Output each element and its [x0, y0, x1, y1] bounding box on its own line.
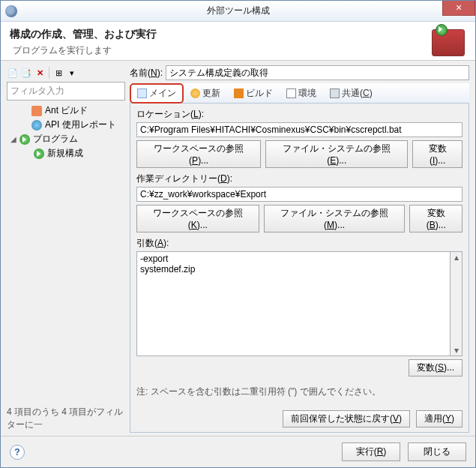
tab-environment[interactable]: 環境: [280, 83, 323, 103]
refresh-tab-icon: [190, 88, 200, 98]
args-scrollbar[interactable]: ▴▾: [451, 251, 463, 356]
args-textarea[interactable]: -export systemdef.zip: [136, 251, 451, 356]
common-tab-icon: [330, 88, 340, 98]
header-title: 構成の作成、管理、および実行: [10, 28, 432, 41]
location-variables-button[interactable]: 変数(I)...: [412, 140, 463, 168]
scroll-up-icon[interactable]: ▴: [454, 252, 459, 262]
env-tab-icon: [286, 88, 296, 98]
program-icon: [19, 134, 30, 145]
name-label: 名前(N):: [130, 67, 163, 80]
args-note: 注: スペースを含む引数は二重引用符 (") で囲んでください。: [136, 386, 463, 398]
ant-icon: [31, 106, 42, 116]
dialog-window: 外部ツール構成 × 構成の作成、管理、および実行 プログラムを実行します 📄 📑…: [0, 0, 476, 468]
window-title: 外部ツール構成: [207, 4, 270, 17]
workdir-input[interactable]: [136, 187, 463, 202]
tree-item-ant[interactable]: Ant ビルド: [7, 104, 125, 118]
main-panel: ロケーション(L): ワークスペースの参照(P)... ファイル・システムの参照…: [130, 104, 469, 433]
tab-bar: メイン 更新 ビルド 環境 共通(C): [130, 83, 469, 104]
tab-build[interactable]: ビルド: [227, 83, 280, 103]
main-tab-icon: [137, 88, 147, 98]
scroll-down-icon[interactable]: ▾: [454, 345, 459, 356]
name-input[interactable]: [166, 65, 469, 80]
delete-icon[interactable]: ✕: [34, 67, 46, 79]
args-label: 引数(A):: [136, 237, 463, 250]
close-button[interactable]: 閉じる: [408, 442, 466, 461]
header: 構成の作成、管理、および実行 プログラムを実行します: [1, 22, 475, 61]
tree-item-api[interactable]: API 使用レポート: [7, 118, 125, 132]
left-toolbar: 📄 📑 ✕ ⊞ ▾: [7, 65, 125, 82]
tree-item-program[interactable]: ◢プログラム: [7, 132, 125, 146]
apply-button[interactable]: 適用(Y): [416, 410, 463, 428]
workdir-variables-button[interactable]: 変数(B)...: [409, 205, 463, 232]
expand-icon[interactable]: ⊞: [52, 67, 64, 79]
collapse-twisty[interactable]: ◢: [10, 135, 16, 143]
right-pane: 名前(N): メイン 更新 ビルド 環境 共通(C) ロケーション(L): ワー…: [130, 65, 469, 433]
location-label: ロケーション(L):: [136, 108, 463, 121]
tab-refresh[interactable]: 更新: [184, 83, 227, 103]
tab-common[interactable]: 共通(C): [323, 83, 379, 103]
dialog-footer: ? 実行(R) 閉じる: [1, 436, 475, 467]
api-icon: [31, 120, 42, 130]
header-subtitle: プログラムを実行します: [13, 44, 432, 57]
new-config-icon[interactable]: 📄: [7, 67, 19, 79]
duplicate-icon[interactable]: 📑: [20, 67, 32, 79]
workdir-filesystem-button[interactable]: ファイル・システムの参照(M)...: [264, 205, 406, 232]
args-variables-button[interactable]: 変数(S)...: [409, 359, 463, 376]
tab-main[interactable]: メイン: [130, 83, 184, 104]
location-input[interactable]: [136, 122, 463, 137]
titlebar[interactable]: 外部ツール構成 ×: [1, 1, 475, 22]
run-button[interactable]: 実行(R): [342, 442, 400, 461]
toolbox-icon: [432, 29, 465, 56]
location-workspace-button[interactable]: ワークスペースの参照(P)...: [136, 140, 261, 168]
revert-button[interactable]: 前回保管した状態に戻す(V): [283, 410, 410, 428]
workdir-label: 作業ディレクトリー(D):: [136, 172, 463, 185]
filter-status: 4 項目のうち 4 項目がフィルターに一: [7, 404, 125, 433]
help-button[interactable]: ?: [10, 445, 25, 460]
collapse-icon[interactable]: ▾: [66, 67, 78, 79]
tree-item-new-config[interactable]: 新規構成: [7, 146, 125, 160]
location-filesystem-button[interactable]: ファイル・システムの参照(E)...: [265, 140, 408, 168]
app-icon: [5, 5, 17, 17]
build-tab-icon: [234, 88, 244, 98]
close-icon[interactable]: ×: [442, 1, 475, 16]
workdir-workspace-button[interactable]: ワークスペースの参照(K)...: [136, 205, 259, 232]
config-tree[interactable]: Ant ビルド API 使用レポート ◢プログラム 新規構成: [7, 104, 125, 404]
left-pane: 📄 📑 ✕ ⊞ ▾ フィルタ入力 Ant ビルド API 使用レポート ◢プログ…: [7, 65, 125, 433]
filter-input[interactable]: フィルタ入力: [7, 82, 125, 100]
program-icon: [34, 148, 44, 159]
